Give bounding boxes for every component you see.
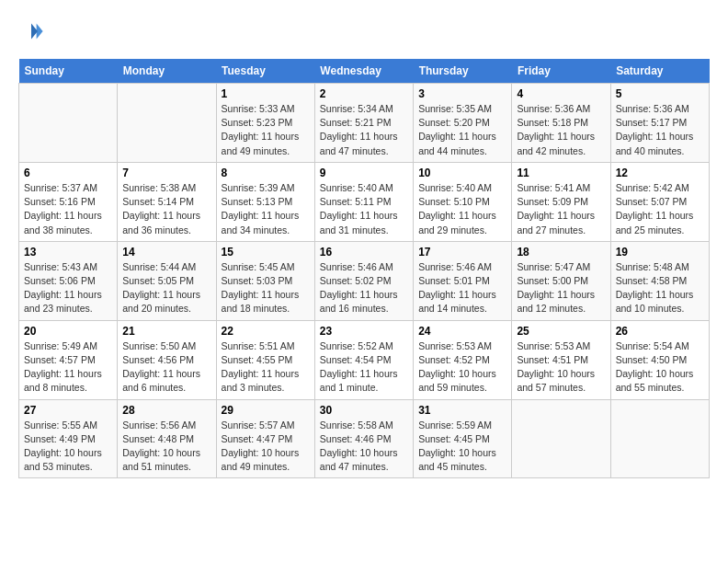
day-number: 21 <box>122 325 210 338</box>
day-number: 4 <box>517 87 605 100</box>
weekday-header-wednesday: Wednesday <box>314 59 413 84</box>
day-info: Sunrise: 5:44 AMSunset: 5:05 PMDaylight:… <box>122 260 210 316</box>
calendar-cell: 28Sunrise: 5:56 AMSunset: 4:48 PMDayligh… <box>118 399 216 478</box>
calendar-week-3: 13Sunrise: 5:43 AMSunset: 5:06 PMDayligh… <box>19 241 710 320</box>
day-info: Sunrise: 5:50 AMSunset: 4:56 PMDaylight:… <box>122 339 210 396</box>
calendar-cell: 11Sunrise: 5:41 AMSunset: 5:09 PMDayligh… <box>512 162 610 241</box>
day-number: 19 <box>616 246 704 259</box>
day-info: Sunrise: 5:39 AMSunset: 5:13 PMDaylight:… <box>222 181 310 237</box>
calendar-cell <box>610 399 709 478</box>
calendar-cell: 14Sunrise: 5:44 AMSunset: 5:05 PMDayligh… <box>118 241 216 320</box>
weekday-header-thursday: Thursday <box>414 59 512 84</box>
calendar-cell: 3Sunrise: 5:35 AMSunset: 5:20 PMDaylight… <box>414 84 512 163</box>
calendar-cell: 4Sunrise: 5:36 AMSunset: 5:18 PMDaylight… <box>512 84 610 163</box>
calendar-cell: 10Sunrise: 5:40 AMSunset: 5:10 PMDayligh… <box>414 162 512 241</box>
calendar-cell <box>118 84 216 163</box>
calendar-cell: 25Sunrise: 5:53 AMSunset: 4:51 PMDayligh… <box>512 320 610 399</box>
day-number: 11 <box>517 167 605 179</box>
day-info: Sunrise: 5:48 AMSunset: 4:58 PMDaylight:… <box>616 260 704 316</box>
calendar-cell: 27Sunrise: 5:55 AMSunset: 4:49 PMDayligh… <box>19 399 118 478</box>
calendar-cell: 19Sunrise: 5:48 AMSunset: 4:58 PMDayligh… <box>610 241 709 320</box>
calendar-cell: 8Sunrise: 5:39 AMSunset: 5:13 PMDaylight… <box>216 162 314 241</box>
weekday-header-monday: Monday <box>118 59 216 84</box>
day-info: Sunrise: 5:58 AMSunset: 4:46 PMDaylight:… <box>320 419 408 475</box>
weekday-header-friday: Friday <box>512 59 610 84</box>
calendar-table: SundayMondayTuesdayWednesdayThursdayFrid… <box>18 59 710 478</box>
day-info: Sunrise: 5:53 AMSunset: 4:52 PMDaylight:… <box>418 339 506 396</box>
calendar-cell: 20Sunrise: 5:49 AMSunset: 4:57 PMDayligh… <box>19 320 118 399</box>
calendar-cell: 26Sunrise: 5:54 AMSunset: 4:50 PMDayligh… <box>610 320 709 399</box>
day-info: Sunrise: 5:59 AMSunset: 4:45 PMDaylight:… <box>418 419 506 475</box>
calendar-cell: 1Sunrise: 5:33 AMSunset: 5:23 PMDaylight… <box>216 84 314 163</box>
calendar-cell: 15Sunrise: 5:45 AMSunset: 5:03 PMDayligh… <box>216 241 314 320</box>
weekday-header-tuesday: Tuesday <box>216 59 314 84</box>
day-number: 13 <box>24 246 112 259</box>
day-number: 14 <box>122 246 210 259</box>
day-info: Sunrise: 5:55 AMSunset: 4:49 PMDaylight:… <box>24 419 112 475</box>
calendar-cell: 9Sunrise: 5:40 AMSunset: 5:11 PMDaylight… <box>314 162 413 241</box>
day-info: Sunrise: 5:49 AMSunset: 4:57 PMDaylight:… <box>24 339 112 396</box>
day-info: Sunrise: 5:35 AMSunset: 5:20 PMDaylight:… <box>418 102 506 158</box>
weekday-row: SundayMondayTuesdayWednesdayThursdayFrid… <box>19 59 710 84</box>
calendar-cell: 6Sunrise: 5:37 AMSunset: 5:16 PMDaylight… <box>19 162 118 241</box>
calendar-body: 1Sunrise: 5:33 AMSunset: 5:23 PMDaylight… <box>19 84 710 478</box>
day-number: 16 <box>320 246 408 259</box>
day-number: 2 <box>320 87 408 100</box>
day-info: Sunrise: 5:40 AMSunset: 5:10 PMDaylight:… <box>418 181 506 237</box>
day-number: 15 <box>222 246 310 259</box>
calendar-cell: 21Sunrise: 5:50 AMSunset: 4:56 PMDayligh… <box>118 320 216 399</box>
day-info: Sunrise: 5:52 AMSunset: 4:54 PMDaylight:… <box>320 339 408 396</box>
day-info: Sunrise: 5:41 AMSunset: 5:09 PMDaylight:… <box>517 181 605 237</box>
day-info: Sunrise: 5:40 AMSunset: 5:11 PMDaylight:… <box>320 181 408 237</box>
day-info: Sunrise: 5:53 AMSunset: 4:51 PMDaylight:… <box>517 339 605 396</box>
day-number: 30 <box>320 404 408 417</box>
calendar-cell: 12Sunrise: 5:42 AMSunset: 5:07 PMDayligh… <box>610 162 709 241</box>
day-number: 29 <box>222 404 310 417</box>
day-number: 1 <box>222 87 310 100</box>
day-info: Sunrise: 5:33 AMSunset: 5:23 PMDaylight:… <box>222 102 310 158</box>
day-info: Sunrise: 5:56 AMSunset: 4:48 PMDaylight:… <box>122 419 210 475</box>
day-number: 22 <box>222 325 310 338</box>
logo <box>18 18 48 44</box>
logo-icon <box>18 18 44 44</box>
calendar-cell: 24Sunrise: 5:53 AMSunset: 4:52 PMDayligh… <box>414 320 512 399</box>
day-info: Sunrise: 5:51 AMSunset: 4:55 PMDaylight:… <box>222 339 310 396</box>
calendar-cell: 30Sunrise: 5:58 AMSunset: 4:46 PMDayligh… <box>314 399 413 478</box>
day-number: 27 <box>24 404 112 417</box>
calendar-cell: 2Sunrise: 5:34 AMSunset: 5:21 PMDaylight… <box>314 84 413 163</box>
day-number: 7 <box>122 167 210 179</box>
calendar-week-1: 1Sunrise: 5:33 AMSunset: 5:23 PMDaylight… <box>19 84 710 163</box>
day-number: 12 <box>616 167 704 179</box>
calendar-week-5: 27Sunrise: 5:55 AMSunset: 4:49 PMDayligh… <box>19 399 710 478</box>
day-number: 31 <box>418 404 506 417</box>
day-number: 26 <box>616 325 704 338</box>
calendar-week-4: 20Sunrise: 5:49 AMSunset: 4:57 PMDayligh… <box>19 320 710 399</box>
calendar-week-2: 6Sunrise: 5:37 AMSunset: 5:16 PMDaylight… <box>19 162 710 241</box>
day-info: Sunrise: 5:47 AMSunset: 5:00 PMDaylight:… <box>517 260 605 316</box>
day-number: 23 <box>320 325 408 338</box>
day-info: Sunrise: 5:42 AMSunset: 5:07 PMDaylight:… <box>616 181 704 237</box>
day-number: 9 <box>320 167 408 179</box>
calendar-cell: 29Sunrise: 5:57 AMSunset: 4:47 PMDayligh… <box>216 399 314 478</box>
day-number: 24 <box>418 325 506 338</box>
day-number: 17 <box>418 246 506 259</box>
calendar-cell: 5Sunrise: 5:36 AMSunset: 5:17 PMDaylight… <box>610 84 709 163</box>
day-info: Sunrise: 5:36 AMSunset: 5:18 PMDaylight:… <box>517 102 605 158</box>
day-number: 20 <box>24 325 112 338</box>
calendar-cell: 31Sunrise: 5:59 AMSunset: 4:45 PMDayligh… <box>414 399 512 478</box>
day-number: 10 <box>418 167 506 179</box>
day-info: Sunrise: 5:46 AMSunset: 5:02 PMDaylight:… <box>320 260 408 316</box>
day-number: 25 <box>517 325 605 338</box>
calendar-cell: 23Sunrise: 5:52 AMSunset: 4:54 PMDayligh… <box>314 320 413 399</box>
day-number: 6 <box>24 167 112 179</box>
day-info: Sunrise: 5:36 AMSunset: 5:17 PMDaylight:… <box>616 102 704 158</box>
day-number: 3 <box>418 87 506 100</box>
day-info: Sunrise: 5:37 AMSunset: 5:16 PMDaylight:… <box>24 181 112 237</box>
day-info: Sunrise: 5:57 AMSunset: 4:47 PMDaylight:… <box>222 419 310 475</box>
day-info: Sunrise: 5:45 AMSunset: 5:03 PMDaylight:… <box>222 260 310 316</box>
calendar-cell <box>19 84 118 163</box>
day-number: 28 <box>122 404 210 417</box>
calendar-cell: 13Sunrise: 5:43 AMSunset: 5:06 PMDayligh… <box>19 241 118 320</box>
calendar-cell: 7Sunrise: 5:38 AMSunset: 5:14 PMDaylight… <box>118 162 216 241</box>
page-header <box>18 18 710 44</box>
